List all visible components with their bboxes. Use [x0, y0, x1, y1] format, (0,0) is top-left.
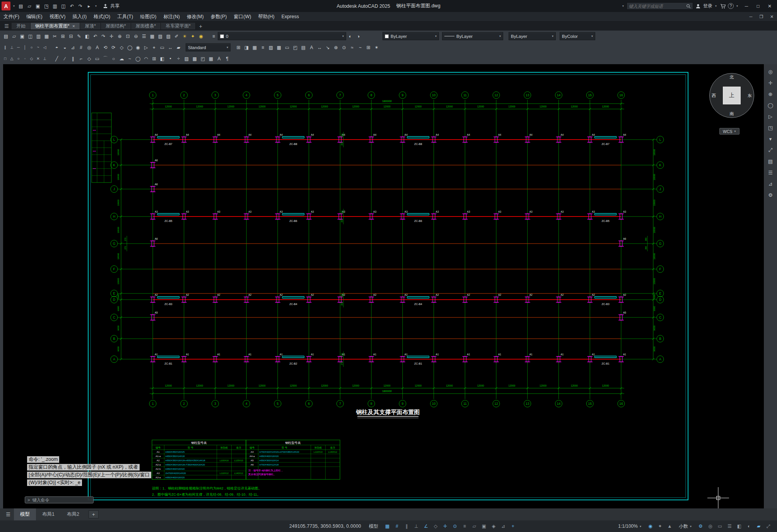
viewcube-north-label[interactable]: 北: [730, 74, 734, 80]
viewcube[interactable]: 北 南 西 东 上: [709, 73, 754, 118]
app-store-cart-icon[interactable]: [719, 3, 726, 10]
steering-wheel-icon[interactable]: ◎: [766, 67, 775, 76]
point-icon[interactable]: •: [166, 54, 174, 63]
sheet-set-icon[interactable]: ▧: [164, 32, 172, 41]
spline-icon[interactable]: ~: [126, 54, 134, 63]
login-caret-icon[interactable]: ▾: [714, 4, 718, 8]
boundary-icon[interactable]: ▭: [283, 43, 291, 52]
zoom-realtime-icon[interactable]: ⊕: [116, 32, 124, 41]
lock-ui-icon[interactable]: ◧: [735, 522, 744, 530]
rectangle-icon[interactable]: ▭: [93, 54, 101, 63]
designcenter-icon[interactable]: ▦: [148, 32, 156, 41]
show-motion-icon[interactable]: ▷: [142, 43, 150, 52]
snap-quadrant-icon[interactable]: ◇: [28, 55, 35, 63]
help-caret-icon[interactable]: ▾: [735, 4, 739, 8]
ellipse-arc-icon[interactable]: ◠: [142, 54, 150, 63]
open-icon[interactable]: ▱: [10, 32, 18, 41]
search-icon[interactable]: [686, 3, 691, 10]
table-icon[interactable]: ▤: [299, 43, 307, 52]
dynamic-input-icon[interactable]: +: [509, 522, 517, 530]
region-icon[interactable]: ◰: [291, 43, 299, 52]
draworder-back-icon[interactable]: ◒: [61, 43, 69, 52]
properties-icon[interactable]: ☰: [140, 32, 148, 41]
autoscale-icon[interactable]: ✦: [656, 522, 664, 530]
plot-icon[interactable]: ▥: [34, 32, 43, 41]
arc-icon[interactable]: ⌒: [101, 54, 109, 63]
image-attach-icon[interactable]: ▦: [251, 43, 259, 52]
clean-screen-icon[interactable]: ⤢: [764, 522, 773, 530]
infer-constraints-icon[interactable]: ∥: [402, 522, 411, 530]
layout-tab-2[interactable]: 布局2: [61, 508, 85, 520]
undo-icon[interactable]: ↶: [91, 32, 99, 41]
undo-icon[interactable]: ↶: [68, 2, 76, 10]
gradient-icon[interactable]: ▩: [191, 54, 199, 63]
infer-perpendicular-icon[interactable]: ⊥: [9, 44, 15, 51]
table-icon[interactable]: ▦: [207, 54, 215, 63]
snap-icon[interactable]: #: [393, 522, 401, 530]
leader-icon[interactable]: ↘: [324, 43, 332, 52]
menu-item-4[interactable]: 格式(O): [90, 12, 114, 22]
lineweight-combo[interactable]: ByLayer ▾: [509, 32, 556, 40]
transparency-icon[interactable]: ▱: [470, 522, 479, 530]
menu-item-12[interactable]: Express: [278, 12, 302, 22]
menu-item-5[interactable]: 工具(T): [114, 12, 137, 22]
polyline-icon[interactable]: ⌐: [77, 54, 85, 63]
ellipse-icon[interactable]: ◯: [134, 54, 142, 63]
color-combo[interactable]: ByLayer ▾: [383, 32, 439, 40]
file-tab-4[interactable]: 屋面檩条*: [131, 23, 161, 29]
units-icon[interactable]: ▭: [716, 522, 724, 530]
menu-item-2[interactable]: 视图(V): [46, 12, 69, 22]
user-icon[interactable]: [695, 3, 702, 10]
center-mark-icon[interactable]: ⊙: [340, 43, 348, 52]
close-icon[interactable]: ✕: [764, 0, 775, 12]
copy-icon[interactable]: ⊞: [59, 32, 67, 41]
help-icon[interactable]: ?: [728, 3, 734, 9]
mtext-icon[interactable]: A: [307, 43, 316, 52]
markup-icon[interactable]: ✐: [172, 32, 181, 41]
menu-item-1[interactable]: 编辑(E): [23, 12, 46, 22]
pan-hand-icon[interactable]: ✛: [766, 78, 775, 87]
layer-properties-icon[interactable]: ≡: [210, 32, 218, 41]
linetype-combo[interactable]: ByLayer ▾: [442, 32, 503, 40]
menu-item-10[interactable]: 窗口(W): [230, 12, 254, 22]
file-tab-0[interactable]: 开始: [12, 23, 31, 29]
plotstyle-combo[interactable]: ByColor ▾: [560, 32, 595, 40]
file-tab-1[interactable]: 钢柱平面布置图*✕: [31, 23, 80, 29]
menu-item-6[interactable]: 绘图(D): [137, 12, 160, 22]
login-label[interactable]: 登录: [703, 3, 712, 9]
mline-icon[interactable]: ∥: [69, 54, 77, 63]
insert-block-icon[interactable]: ⊞: [150, 54, 158, 63]
lineweight-icon[interactable]: ≡: [460, 522, 469, 530]
viewcube-west-label[interactable]: 西: [712, 93, 716, 99]
xline-icon[interactable]: ∕: [61, 54, 69, 63]
fullscreen-icon[interactable]: ⤢: [766, 146, 775, 154]
quick-properties-icon[interactable]: ☰: [725, 522, 734, 530]
zoom-window-icon[interactable]: ⊡: [124, 32, 132, 41]
menu-item-8[interactable]: 修改(M): [183, 12, 207, 22]
viewcube-south-label[interactable]: 南: [730, 111, 734, 117]
annotation-scale-chip[interactable]: 1:1/100% ▾: [616, 522, 644, 530]
area-icon[interactable]: ▰: [174, 43, 183, 52]
layer-combo[interactable]: 0 ▾: [218, 32, 346, 40]
spell-check-icon[interactable]: A: [93, 43, 101, 52]
menu-item-3[interactable]: 插入(I): [69, 12, 90, 22]
layer-combo-caret-icon[interactable]: ▾: [342, 34, 344, 38]
properties-panel-icon[interactable]: ☰: [766, 168, 775, 177]
layout-menu-icon[interactable]: ☰: [2, 512, 14, 517]
grid-icon[interactable]: ▦: [383, 522, 392, 530]
redo-icon[interactable]: ↷: [99, 32, 108, 41]
doc-close-icon[interactable]: ✕: [767, 12, 777, 21]
layers-panel-icon[interactable]: ▤: [766, 157, 775, 165]
pan-icon[interactable]: ✛: [108, 32, 116, 41]
menu-item-9[interactable]: 参数(P): [207, 12, 231, 22]
plot-preview-icon[interactable]: ◫: [26, 32, 34, 41]
open-file-icon[interactable]: ▱: [25, 2, 34, 10]
osnap-3d-icon[interactable]: ◈: [489, 522, 498, 530]
model-space-toggle[interactable]: 模型: [367, 522, 381, 530]
annotation-visibility-icon[interactable]: ◉: [646, 522, 655, 530]
array-icon[interactable]: ⊞: [364, 43, 372, 52]
quickcalc-icon[interactable]: #: [77, 43, 85, 52]
polygon-icon[interactable]: ◇: [85, 54, 93, 63]
viewcube-top-face[interactable]: 上: [723, 87, 741, 104]
pedit-icon[interactable]: ≈: [348, 43, 356, 52]
